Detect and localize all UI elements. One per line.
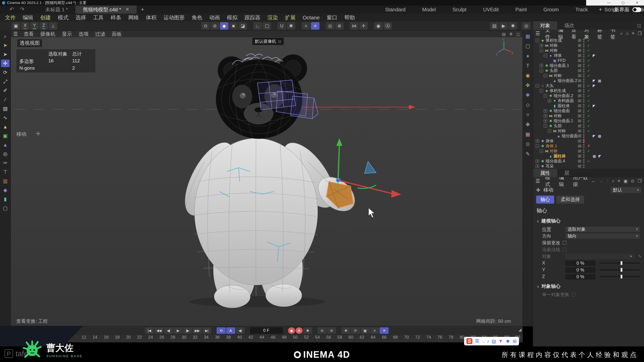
menu-item[interactable]: 跟踪器	[241, 14, 264, 21]
material-tool[interactable]: ▮	[1, 195, 10, 203]
sogou-logo[interactable]: S	[466, 338, 472, 344]
om-menu-icon[interactable]: ⌂	[626, 31, 629, 36]
live-selection[interactable]: ➤	[1, 41, 10, 49]
sculpt-tool[interactable]: ✑	[1, 159, 10, 167]
object-name[interactable]: 圆柱体	[554, 154, 566, 159]
visibility-dots[interactable]	[583, 149, 585, 153]
grid[interactable]: ⌗	[302, 22, 310, 30]
object-tags[interactable]: ◤	[593, 84, 596, 88]
object-tree-row[interactable]: + ❋ 细分曲面.1 ✓	[533, 118, 644, 123]
menu-item[interactable]: 网格	[125, 14, 142, 21]
viewport-menu-item[interactable]: 显示	[59, 31, 75, 37]
visibility-dots[interactable]	[583, 69, 585, 73]
object-tags[interactable]: ◤	[593, 104, 596, 108]
loop[interactable]: ⟲	[217, 327, 226, 334]
keep-changes-checkbox[interactable]	[563, 241, 567, 245]
panel-corner-icon[interactable]: ◫	[637, 23, 641, 28]
expander-icon[interactable]	[548, 104, 551, 108]
timeline-layers[interactable]: ≡	[370, 327, 379, 334]
menu-item[interactable]: 体积	[142, 14, 160, 21]
current-frame-field[interactable]: 0 F	[250, 327, 283, 334]
workplane-mode[interactable]: ∟	[253, 22, 262, 30]
enabled-check-icon[interactable]: ✓	[586, 114, 591, 118]
scale-tool[interactable]: ⤢	[1, 78, 10, 85]
tab-layers[interactable]: 层	[557, 169, 576, 177]
expander-icon[interactable]: -	[540, 89, 543, 93]
position-dropdown[interactable]: 选取对象▾	[565, 227, 640, 232]
tab-panda-model[interactable]: 熊猫纯模型.c4d * ✕	[75, 6, 137, 14]
layout-tab[interactable]: Sculpt	[444, 7, 475, 13]
object-tags[interactable]: ◤ ▦	[593, 79, 602, 83]
am-nav-icon[interactable]: ⊙	[631, 178, 634, 184]
hamburger-icon[interactable]: ☰	[13, 31, 18, 37]
x-percent-field[interactable]: 0 %	[565, 260, 595, 266]
palette-icon[interactable]: ◇	[524, 101, 532, 109]
enabled-check-icon[interactable]: ✓	[586, 73, 591, 78]
layer-chip[interactable]	[578, 160, 581, 163]
lock-y-axis-button[interactable]: Y	[30, 22, 39, 30]
punctuation[interactable]: ·,	[482, 338, 485, 344]
object-tree-row[interactable]: - ⋈ 对称 ✓	[533, 73, 644, 78]
autokey[interactable]: A	[296, 327, 303, 334]
menu-item[interactable]: 选择	[72, 14, 90, 21]
enabled-check-icon[interactable]: ✓	[586, 38, 591, 43]
object-tree-row[interactable]: + ❋ 细分曲面.4 ✓	[533, 159, 644, 164]
layer-chip[interactable]	[578, 114, 581, 117]
object-name[interactable]: 对称	[554, 113, 562, 119]
visibility-dots[interactable]	[583, 99, 585, 103]
eyedropper-icon[interactable]: ✎	[638, 254, 641, 259]
object-name[interactable]: 细分曲面.2	[558, 78, 577, 83]
am-nav-icon[interactable]: ←	[591, 178, 596, 184]
symmetry[interactable]: ⋈	[350, 22, 358, 30]
object-tree-row[interactable]: ▣ FFD ✓	[533, 58, 644, 63]
expander-icon[interactable]: +	[544, 119, 547, 123]
expander-icon[interactable]	[548, 59, 551, 62]
model-mode[interactable]: ■	[229, 22, 238, 30]
palette-icon[interactable]: ⌗	[524, 111, 532, 118]
enabled-check-icon[interactable]: ✓	[586, 83, 591, 88]
camera-icon[interactable]: ◎	[522, 22, 531, 30]
object-name[interactable]: 对称	[550, 43, 558, 48]
layer-chip[interactable]	[578, 69, 581, 72]
expander-icon[interactable]: -	[536, 144, 539, 148]
z-percent-field[interactable]: 0 %	[565, 274, 595, 280]
expander-icon[interactable]: -	[544, 124, 547, 128]
close-button[interactable]: ✕	[636, 0, 638, 6]
texture-mode[interactable]: ◪	[238, 22, 247, 30]
layer-chip[interactable]	[578, 150, 581, 153]
object-name[interactable]: 球体	[554, 53, 562, 58]
object-name[interactable]: 头部	[554, 123, 562, 129]
expander-icon[interactable]: -	[536, 84, 539, 87]
viewport-solo[interactable]: ▢	[263, 22, 271, 30]
object-tree-row[interactable]: - ● 球体 ✓ ◤	[533, 53, 644, 58]
visibility-dots[interactable]	[583, 59, 585, 63]
enabled-check-icon[interactable]: ✓	[586, 68, 591, 73]
quantize[interactable]: ⌗	[311, 22, 319, 30]
enabled-check-icon[interactable]: ✓	[586, 48, 591, 53]
isolate-view[interactable]: ◉	[374, 22, 383, 30]
layer-chip[interactable]	[578, 124, 581, 127]
object-tree-row[interactable]: + ⋈ 对称 ✓	[533, 43, 644, 48]
expander-icon[interactable]	[548, 79, 551, 82]
range-marker[interactable]: A	[226, 327, 235, 334]
am-nav-icon[interactable]: ≡	[618, 178, 620, 184]
active-camera-pill[interactable]: 默认摄像机 ⊡	[252, 38, 284, 45]
visibility-dots[interactable]	[583, 124, 585, 128]
layer-chip[interactable]	[578, 104, 581, 107]
enabled-check-icon[interactable]: ✓	[586, 94, 591, 98]
object-name[interactable]: 头部	[550, 68, 558, 73]
viewport-menu-item[interactable]: 过滤	[92, 31, 108, 37]
play[interactable]: ▶	[174, 327, 183, 334]
visibility-dots[interactable]	[583, 89, 585, 93]
object-tree-row[interactable]: ▲ 细分曲面.2 ◤ ▦	[533, 78, 644, 83]
polygons-mode[interactable]: ◆	[220, 22, 228, 30]
visibility-dots[interactable]	[583, 38, 585, 42]
expander-icon[interactable]: +	[540, 44, 543, 47]
add-layout-button[interactable]: +	[593, 6, 608, 13]
om-menu-icon[interactable]: ≡	[632, 31, 634, 36]
knife-tool[interactable]: ∕	[1, 96, 10, 103]
viewport-menu-item[interactable]: 面板	[108, 31, 125, 37]
expander-icon[interactable]: +	[540, 64, 543, 67]
enabled-check-icon[interactable]: ✓	[586, 109, 591, 113]
new-interface-toggle[interactable]	[632, 7, 641, 12]
